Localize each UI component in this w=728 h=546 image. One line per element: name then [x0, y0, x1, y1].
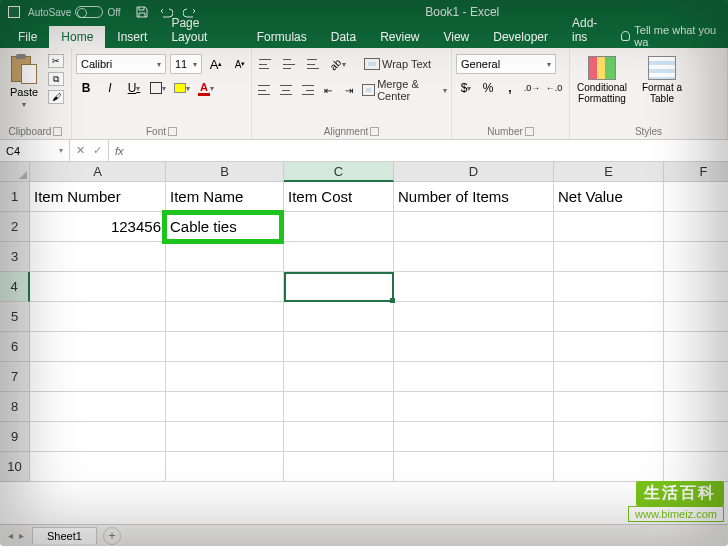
cell[interactable] [664, 182, 728, 212]
autosave-toggle[interactable]: AutoSave Off [28, 6, 121, 18]
paste-button[interactable]: Paste ▾ [4, 50, 44, 109]
row-header-5[interactable]: 5 [0, 302, 30, 332]
sheet-prev-icon[interactable]: ◂ [8, 530, 13, 541]
cell[interactable] [30, 242, 166, 272]
row-header-6[interactable]: 6 [0, 332, 30, 362]
cell[interactable] [664, 392, 728, 422]
orientation-button[interactable]: ab▾ [328, 54, 348, 74]
cell[interactable] [284, 392, 394, 422]
cell[interactable] [284, 332, 394, 362]
align-middle-button[interactable] [280, 54, 300, 74]
copy-icon[interactable]: ⧉ [48, 72, 64, 86]
select-all-corner[interactable] [0, 162, 30, 182]
grow-font-button[interactable]: A▴ [206, 54, 226, 74]
shrink-font-button[interactable]: A▾ [230, 54, 250, 74]
cell[interactable] [554, 212, 664, 242]
wrap-text-button[interactable]: Wrap Text [364, 58, 431, 70]
row-header-7[interactable]: 7 [0, 362, 30, 392]
italic-button[interactable]: I [100, 78, 120, 98]
cell[interactable] [30, 362, 166, 392]
cell[interactable] [394, 212, 554, 242]
tab-review[interactable]: Review [368, 26, 431, 48]
dialog-launcher-icon[interactable] [168, 127, 177, 136]
cell[interactable]: Net Value [554, 182, 664, 212]
col-header-c[interactable]: C [284, 162, 394, 182]
cell[interactable] [284, 272, 394, 302]
cell[interactable] [554, 362, 664, 392]
cell[interactable] [166, 392, 284, 422]
cell[interactable] [166, 362, 284, 392]
cell[interactable]: Item Name [166, 182, 284, 212]
cell[interactable] [664, 452, 728, 482]
cell[interactable] [166, 302, 284, 332]
accounting-format-button[interactable]: $▾ [456, 78, 476, 98]
cell[interactable] [394, 362, 554, 392]
cell[interactable] [664, 362, 728, 392]
add-sheet-button[interactable]: ＋ [103, 527, 121, 545]
cell[interactable] [284, 422, 394, 452]
tab-page-layout[interactable]: Page Layout [159, 12, 244, 48]
sheet-tab-1[interactable]: Sheet1 [32, 527, 97, 544]
font-name-dropdown[interactable]: Calibri▾ [76, 54, 166, 74]
tab-formulas[interactable]: Formulas [245, 26, 319, 48]
row-header-8[interactable]: 8 [0, 392, 30, 422]
cell[interactable] [30, 302, 166, 332]
row-header-3[interactable]: 3 [0, 242, 30, 272]
increase-indent-button[interactable]: ⇥ [341, 80, 358, 100]
formula-input[interactable] [130, 140, 728, 161]
cell[interactable]: Number of Items [394, 182, 554, 212]
spreadsheet-grid[interactable]: A B C D E F 1 Item Number Item Name Item… [0, 162, 728, 500]
cell[interactable] [284, 302, 394, 332]
underline-button[interactable]: U▾ [124, 78, 144, 98]
col-header-f[interactable]: F [664, 162, 728, 182]
cell[interactable] [30, 452, 166, 482]
cell[interactable] [554, 302, 664, 332]
cell[interactable] [664, 272, 728, 302]
font-size-dropdown[interactable]: 11▾ [170, 54, 202, 74]
cell[interactable]: Item Cost [284, 182, 394, 212]
dialog-launcher-icon[interactable] [53, 127, 62, 136]
name-box[interactable]: C4 [0, 140, 70, 161]
cell[interactable] [394, 392, 554, 422]
format-as-table-button[interactable]: Format a Table [634, 52, 690, 104]
save-icon[interactable] [135, 5, 149, 19]
row-header-9[interactable]: 9 [0, 422, 30, 452]
comma-format-button[interactable]: , [500, 78, 520, 98]
fill-color-button[interactable]: ▾ [172, 78, 192, 98]
cell[interactable] [394, 302, 554, 332]
cell[interactable] [284, 362, 394, 392]
sheet-next-icon[interactable]: ▸ [19, 530, 24, 541]
cell[interactable] [394, 272, 554, 302]
cell[interactable]: Cable ties [166, 212, 284, 242]
tell-me-search[interactable]: Tell me what you wa [621, 24, 724, 48]
col-header-d[interactable]: D [394, 162, 554, 182]
dialog-launcher-icon[interactable] [525, 127, 534, 136]
format-painter-icon[interactable]: 🖌 [48, 90, 64, 104]
tab-view[interactable]: View [431, 26, 481, 48]
cell[interactable] [554, 452, 664, 482]
cell[interactable] [30, 392, 166, 422]
border-button[interactable]: ▾ [148, 78, 168, 98]
cell[interactable] [166, 422, 284, 452]
col-header-a[interactable]: A [30, 162, 166, 182]
align-center-button[interactable] [277, 80, 294, 100]
cell[interactable] [284, 452, 394, 482]
tab-addins[interactable]: Add-ins [560, 12, 621, 48]
fx-icon[interactable]: fx [109, 145, 130, 157]
col-header-b[interactable]: B [166, 162, 284, 182]
cell[interactable] [554, 272, 664, 302]
cell[interactable] [664, 422, 728, 452]
align-right-button[interactable] [298, 80, 315, 100]
merge-center-button[interactable]: Merge & Center ▾ [362, 78, 447, 102]
cell[interactable]: Item Number [30, 182, 166, 212]
font-color-button[interactable]: A▾ [196, 78, 216, 98]
row-header-4[interactable]: 4 [0, 272, 30, 302]
cell[interactable] [554, 422, 664, 452]
align-top-button[interactable] [256, 54, 276, 74]
row-header-10[interactable]: 10 [0, 452, 30, 482]
cell[interactable] [554, 242, 664, 272]
dialog-launcher-icon[interactable] [370, 127, 379, 136]
cell[interactable] [394, 332, 554, 362]
col-header-e[interactable]: E [554, 162, 664, 182]
tab-data[interactable]: Data [319, 26, 368, 48]
